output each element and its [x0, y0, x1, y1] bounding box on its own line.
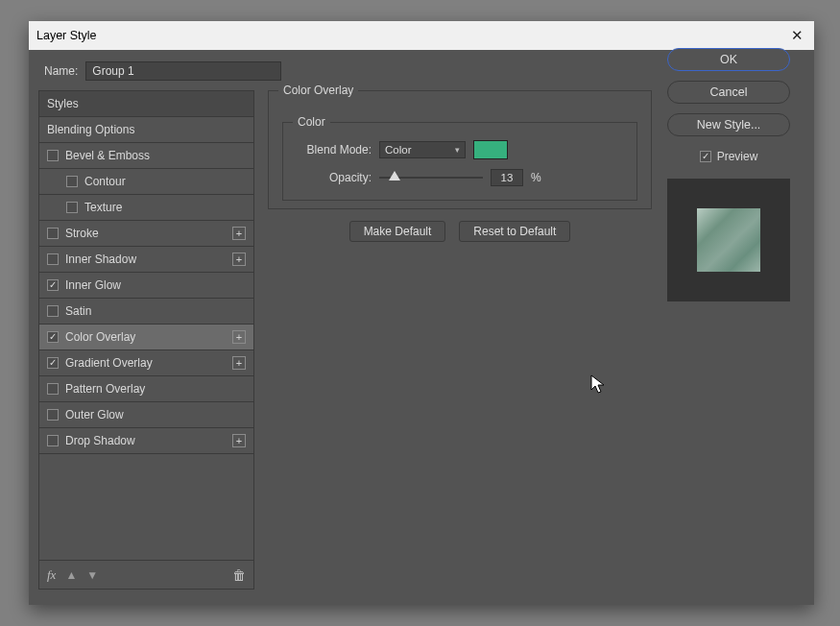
- checkbox[interactable]: [47, 253, 59, 265]
- sidebar-item-contour[interactable]: Contour: [39, 169, 253, 195]
- make-default-button[interactable]: Make Default: [349, 221, 446, 242]
- checkbox[interactable]: [47, 331, 59, 343]
- blend-mode-select[interactable]: Color ▾: [379, 141, 466, 158]
- add-effect-icon[interactable]: +: [232, 434, 246, 447]
- sidebar-item-inner-glow[interactable]: Inner Glow: [39, 273, 253, 299]
- preview-box: [667, 179, 790, 301]
- right-column: OK Cancel New Style... Preview: [665, 48, 792, 590]
- preview-label: Preview: [717, 150, 758, 163]
- preview-toggle[interactable]: Preview: [700, 150, 758, 163]
- checkbox[interactable]: [66, 176, 78, 187]
- checkbox[interactable]: [47, 305, 59, 317]
- checkbox[interactable]: [47, 409, 59, 421]
- preview-thumbnail: [697, 208, 760, 272]
- opacity-unit: %: [531, 171, 541, 184]
- sidebar-item-label: Blending Options: [47, 123, 134, 136]
- ok-button[interactable]: OK: [667, 48, 790, 71]
- sidebar-item-label: Stroke: [65, 227, 99, 240]
- dialog-title: Layer Style: [36, 29, 787, 42]
- color-group: Color Blend Mode: Color ▾ Opacity:: [282, 122, 637, 201]
- options-panel: Color Overlay Color Blend Mode: Color ▾: [268, 90, 652, 590]
- add-effect-icon[interactable]: +: [232, 330, 246, 344]
- blend-mode-value: Color: [385, 144, 411, 156]
- color-swatch[interactable]: [473, 140, 508, 159]
- arrow-up-icon[interactable]: ▲: [65, 568, 77, 582]
- new-style-button[interactable]: New Style...: [667, 113, 790, 136]
- checkbox[interactable]: [47, 357, 59, 369]
- styles-sidebar: Styles Blending OptionsBevel & EmbossCon…: [38, 90, 254, 590]
- sidebar-item-label: Inner Shadow: [65, 253, 136, 266]
- blend-mode-label: Blend Mode:: [297, 143, 372, 156]
- sidebar-item-pattern-overlay[interactable]: Pattern Overlay: [39, 376, 253, 402]
- add-effect-icon[interactable]: +: [232, 356, 246, 370]
- fx-icon[interactable]: fx: [47, 567, 56, 583]
- checkbox[interactable]: [47, 150, 59, 161]
- color-group-title: Color: [293, 115, 330, 129]
- cancel-button[interactable]: Cancel: [667, 81, 790, 104]
- close-icon[interactable]: ✕: [787, 27, 806, 44]
- checkbox[interactable]: [66, 202, 78, 213]
- preview-checkbox[interactable]: [700, 151, 711, 162]
- sidebar-item-label: Texture: [84, 201, 122, 214]
- checkbox[interactable]: [47, 228, 59, 239]
- sidebar-item-satin[interactable]: Satin: [39, 299, 253, 325]
- sidebar-header[interactable]: Styles: [39, 91, 253, 117]
- sidebar-item-label: Inner Glow: [65, 278, 121, 292]
- panel-title: Color Overlay: [278, 84, 358, 97]
- sidebar-item-outer-glow[interactable]: Outer Glow: [39, 402, 253, 428]
- sidebar-item-label: Gradient Overlay: [65, 356, 153, 370]
- opacity-label: Opacity:: [297, 171, 372, 184]
- sidebar-item-inner-shadow[interactable]: Inner Shadow+: [39, 247, 253, 273]
- sidebar-item-texture[interactable]: Texture: [39, 195, 253, 221]
- sidebar-item-label: Color Overlay: [65, 330, 135, 344]
- dialog-body: Name: Styles Blending OptionsBevel & Emb…: [29, 50, 814, 605]
- opacity-slider[interactable]: [379, 171, 483, 184]
- sidebar-item-stroke[interactable]: Stroke+: [39, 221, 253, 247]
- checkbox[interactable]: [47, 279, 59, 291]
- name-input[interactable]: [85, 61, 281, 81]
- sidebar-item-label: Contour: [84, 175, 126, 188]
- sidebar-item-blending-options[interactable]: Blending Options: [39, 117, 253, 143]
- sidebar-footer: fx ▲ ▼ 🗑: [39, 560, 253, 589]
- sidebar-item-drop-shadow[interactable]: Drop Shadow+: [39, 428, 253, 454]
- layer-style-dialog: Layer Style ✕ Name: Styles Blending Opti…: [29, 21, 814, 605]
- checkbox[interactable]: [47, 383, 59, 395]
- sidebar-item-label: Drop Shadow: [65, 434, 135, 447]
- sidebar-item-label: Bevel & Emboss: [65, 149, 150, 162]
- sidebar-item-label: Pattern Overlay: [65, 382, 145, 396]
- arrow-down-icon[interactable]: ▼: [86, 568, 98, 582]
- sidebar-item-bevel-emboss[interactable]: Bevel & Emboss: [39, 143, 253, 169]
- sidebar-item-gradient-overlay[interactable]: Gradient Overlay+: [39, 350, 253, 376]
- trash-icon[interactable]: 🗑: [232, 567, 246, 583]
- add-effect-icon[interactable]: +: [232, 253, 246, 266]
- checkbox[interactable]: [47, 435, 59, 446]
- opacity-input[interactable]: [491, 169, 523, 186]
- name-label: Name:: [44, 64, 78, 78]
- add-effect-icon[interactable]: +: [232, 227, 246, 240]
- titlebar: Layer Style ✕: [29, 21, 814, 50]
- sidebar-item-label: Outer Glow: [65, 408, 124, 421]
- color-overlay-fieldset: Color Overlay Color Blend Mode: Color ▾: [268, 90, 652, 209]
- sidebar-item-label: Satin: [65, 304, 91, 318]
- sidebar-item-color-overlay[interactable]: Color Overlay+: [39, 325, 253, 350]
- reset-default-button[interactable]: Reset to Default: [459, 221, 570, 242]
- chevron-down-icon: ▾: [455, 145, 460, 155]
